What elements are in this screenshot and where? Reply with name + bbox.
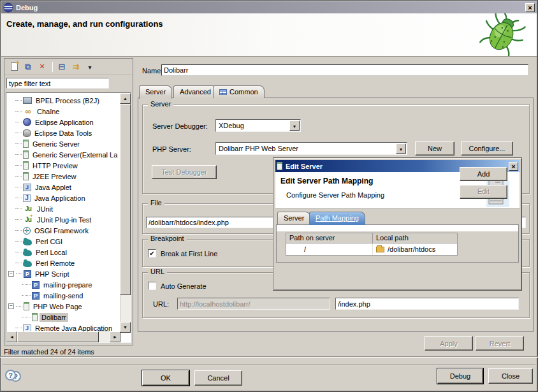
configure-button[interactable]: Configure... (461, 142, 513, 156)
tree-item-chaine[interactable]: Chaîne (6, 106, 120, 117)
tree-item-mailing-prepare[interactable]: mailing-prepare (6, 279, 120, 290)
tree-item-php-web-page[interactable]: PHP Web Page (6, 301, 120, 312)
edit-button[interactable]: Edit (460, 185, 507, 199)
toolbar-menu-button[interactable] (84, 61, 96, 73)
debug-button[interactable]: Debug (437, 368, 483, 384)
perl-icon (23, 250, 32, 256)
tree-item-junit[interactable]: JUnit (6, 203, 120, 214)
server-debugger-combo[interactable]: XDebug (215, 119, 301, 132)
break-at-first-line-label: Break at First Line (161, 250, 217, 258)
horizontal-scroll-thumb[interactable] (17, 331, 99, 342)
add-button[interactable]: Add (460, 167, 507, 181)
table-row[interactable]: / /dolibarr/htdocs (286, 243, 457, 255)
combo-arrow-button[interactable] (289, 120, 300, 131)
tree-item-junit-plugin-test[interactable]: JUnit Plug-in Test (6, 214, 120, 225)
path-mapping-table[interactable]: Path on server Local path / /dolibarr/ht… (286, 233, 458, 256)
delete-configuration-button[interactable] (36, 61, 48, 73)
web-server-icon (32, 313, 38, 321)
url-path-input[interactable] (335, 298, 519, 310)
dialog-subheading: Configure Server Path Mapping (286, 191, 384, 199)
collapse-expander-icon[interactable] (8, 303, 14, 309)
column-local-path[interactable]: Local path (373, 233, 457, 243)
toolbar-separator (52, 62, 53, 72)
revert-button[interactable]: Revert (476, 336, 524, 351)
window-titlebar[interactable]: Debug (1, 1, 537, 13)
folder-icon (376, 247, 384, 252)
help-icon[interactable] (5, 370, 16, 381)
duplicate-icon (25, 62, 31, 72)
tree-item-dolibarr[interactable]: Dolibarr (6, 312, 120, 323)
file-group-legend: File (148, 199, 164, 207)
cancel-button[interactable]: Cancel (194, 370, 242, 386)
filter-button[interactable] (69, 61, 82, 73)
php-script-icon (24, 270, 31, 278)
name-label: Name: (142, 67, 163, 75)
column-path-on-server[interactable]: Path on server (286, 233, 373, 243)
local-path-cell: /dolibarr/htdocs (373, 243, 457, 255)
sidebar-toolbar (4, 59, 133, 75)
apply-button[interactable]: Apply (425, 336, 473, 351)
vertical-scroll-thumb[interactable] (120, 104, 131, 295)
name-input[interactable] (161, 64, 528, 76)
new-configuration-icon (11, 62, 18, 71)
combo-arrow-button[interactable] (396, 143, 406, 154)
dialog-tab-path-mapping[interactable]: Path Mapping (309, 212, 365, 225)
scroll-down-icon[interactable] (120, 322, 131, 333)
tree-item-bpel-process[interactable]: BPEL Process (B2J) (6, 95, 120, 106)
tab-server[interactable]: Server (139, 85, 172, 99)
break-at-first-line-checkbox[interactable] (148, 249, 156, 258)
table-empty-row (277, 225, 518, 231)
tree-item-eclipse-application[interactable]: Eclipse Application (6, 117, 120, 127)
chevron-down-icon (399, 145, 404, 152)
junit-plugin-icon (23, 215, 33, 224)
dialog-close-button[interactable] (509, 162, 518, 171)
debug-bug-icon (477, 13, 528, 56)
duplicate-configuration-button[interactable] (22, 61, 34, 73)
collapse-expander-icon[interactable] (8, 271, 14, 277)
new-configuration-button[interactable] (8, 61, 20, 73)
auto-generate-checkbox[interactable] (148, 282, 156, 290)
debug-window: Debug Create, manage, and run configurat… (0, 0, 538, 392)
tree-item-perl-remote[interactable]: Perl Remote (6, 258, 120, 268)
tree-item-java-applet[interactable]: Java Applet (6, 182, 120, 192)
tree-item-j2ee-preview[interactable]: J2EE Preview (6, 171, 120, 182)
tree-item-perl-local[interactable]: Perl Local (6, 247, 120, 258)
configuration-tree: BPEL Process (B2J) Chaîne Eclipse Applic… (6, 92, 131, 343)
tab-advanced[interactable]: Advanced (173, 85, 217, 98)
dialog-tab-server[interactable]: Server (277, 212, 310, 224)
tree-item-osgi-framework[interactable]: OSGi Framework (6, 225, 120, 236)
generic-server-icon (23, 150, 29, 159)
dialog-heading: Edit Server Path Mapping (280, 177, 373, 185)
window-close-button[interactable] (525, 3, 535, 12)
test-debugger-button[interactable]: Test Debugger (152, 165, 217, 179)
new-server-button[interactable]: New (415, 142, 454, 156)
delete-icon (39, 62, 45, 71)
scroll-left-icon[interactable] (6, 331, 17, 342)
php-file-icon (32, 281, 40, 289)
close-button[interactable]: Close (488, 368, 533, 384)
tree-item-eclipse-data-tools[interactable]: Eclipse Data Tools (6, 127, 120, 138)
tree-item-generic-server-external[interactable]: Generic Server(External La (6, 149, 120, 160)
web-server-icon (24, 302, 29, 310)
tree-item-perl-cgi[interactable]: Perl CGI (6, 236, 120, 247)
server-debugger-label: Server Debugger: (152, 122, 208, 130)
tab-common[interactable]: Common (213, 85, 265, 98)
auto-generate-label: Auto Generate (161, 282, 207, 290)
server-group-legend: Server (148, 100, 173, 108)
tree-vertical-scrollbar[interactable] (120, 93, 131, 333)
tree-item-mailing-send[interactable]: mailing-send (6, 290, 120, 301)
tree-item-php-script[interactable]: PHP Script (6, 268, 120, 279)
scroll-right-icon[interactable] (110, 331, 120, 342)
eclipse-logo-icon (3, 3, 13, 13)
ok-button[interactable]: OK (142, 370, 189, 386)
tree-item-java-application[interactable]: Java Application (6, 192, 120, 203)
type-filter-input[interactable] (6, 78, 109, 89)
osgi-icon (23, 227, 31, 235)
url-group-legend: URL (148, 268, 167, 275)
tree-item-generic-server[interactable]: Generic Server (6, 138, 120, 149)
tree-horizontal-scrollbar[interactable] (6, 331, 120, 342)
tree-item-http-preview[interactable]: HTTP Preview (6, 160, 120, 171)
collapse-all-button[interactable] (55, 61, 68, 73)
scroll-up-icon[interactable] (120, 93, 131, 104)
php-server-combo[interactable]: Dolibarr PHP Web Server (215, 142, 407, 155)
